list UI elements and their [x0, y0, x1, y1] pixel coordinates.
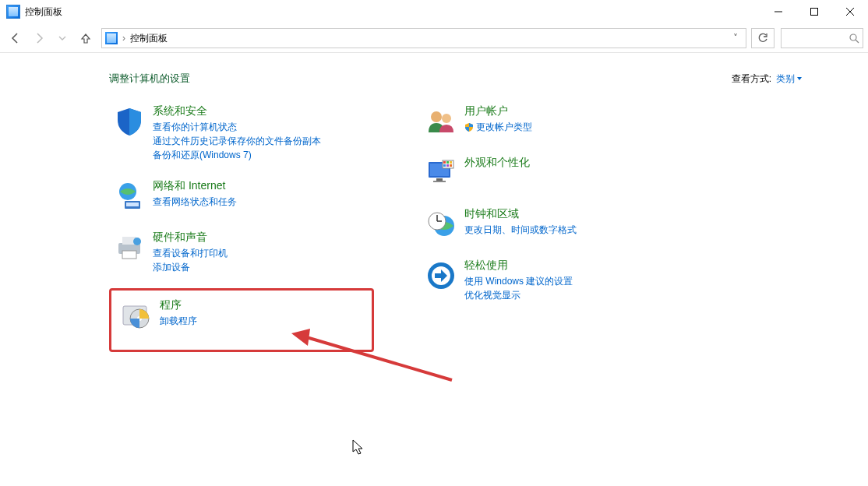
- control-panel-icon: [105, 32, 118, 44]
- svg-rect-20: [436, 178, 443, 181]
- back-button[interactable]: [5, 27, 26, 49]
- forward-button[interactable]: [28, 27, 50, 49]
- view-by-dropdown[interactable]: 类别: [776, 72, 803, 86]
- svg-rect-24: [446, 161, 449, 164]
- mouse-cursor-icon: [352, 439, 366, 456]
- svg-rect-28: [450, 164, 452, 167]
- shield-icon: [112, 104, 146, 139]
- category-title[interactable]: 系统和安全: [153, 104, 321, 118]
- user-accounts-icon: [424, 104, 458, 139]
- right-column: 用户帐户 更改帐户类型 外观和个性化: [421, 101, 686, 352]
- search-input[interactable]: [782, 33, 850, 44]
- category-title[interactable]: 外观和个性化: [464, 156, 530, 170]
- svg-point-12: [133, 238, 141, 245]
- content-area: 调整计算机的设置 查看方式: 类别 系统和安全 查看你的计算机状态 通过文件历史…: [0, 53, 868, 352]
- content-header: 调整计算机的设置 查看方式: 类别: [109, 72, 803, 86]
- category-link[interactable]: 优化视觉显示: [464, 288, 573, 302]
- category-link[interactable]: 备份和还原(Windows 7): [153, 148, 321, 162]
- address-bar[interactable]: › 控制面板 ˅: [101, 28, 746, 48]
- toolbar: › 控制面板 ˅: [0, 24, 868, 53]
- svg-rect-11: [122, 251, 136, 259]
- svg-rect-1: [811, 9, 818, 16]
- svg-rect-23: [443, 161, 446, 164]
- close-button[interactable]: [832, 0, 868, 23]
- window-title: 控制面板: [25, 5, 62, 19]
- appearance-monitor-icon: [424, 156, 458, 190]
- category-link[interactable]: 卸载程序: [160, 314, 197, 328]
- svg-rect-27: [446, 164, 449, 167]
- highlight-box: 程序 卸载程序: [109, 288, 374, 352]
- view-by-value: 类别: [776, 72, 795, 86]
- control-panel-icon: [6, 5, 20, 19]
- breadcrumb-location[interactable]: 控制面板: [130, 32, 168, 45]
- window-buttons: [760, 0, 868, 23]
- programs-disc-icon: [119, 298, 153, 333]
- category-programs[interactable]: 程序 卸载程序: [116, 295, 367, 336]
- category-link[interactable]: 查看设备和打印机: [153, 246, 228, 260]
- view-by-label: 查看方式:: [732, 72, 771, 86]
- category-appearance[interactable]: 外观和个性化: [421, 153, 686, 193]
- search-icon: [849, 33, 859, 44]
- category-clock-region[interactable]: 时钟和区域 更改日期、时间或数字格式: [421, 204, 686, 245]
- minimize-button[interactable]: [760, 0, 796, 23]
- svg-rect-25: [450, 161, 452, 164]
- printer-icon: [112, 231, 146, 265]
- view-by: 查看方式: 类别: [732, 72, 803, 86]
- category-user-accounts[interactable]: 用户帐户 更改帐户类型: [421, 101, 686, 142]
- svg-rect-21: [433, 181, 446, 182]
- category-link[interactable]: 更改日期、时间或数字格式: [464, 223, 577, 237]
- left-column: 系统和安全 查看你的计算机状态 通过文件历史记录保存你的文件备份副本 备份和还原…: [109, 101, 374, 352]
- svg-point-4: [850, 34, 856, 40]
- search-box[interactable]: [781, 28, 863, 48]
- category-title[interactable]: 轻松使用: [464, 259, 573, 273]
- category-system-security[interactable]: 系统和安全 查看你的计算机状态 通过文件历史记录保存你的文件备份副本 备份和还原…: [109, 101, 374, 165]
- svg-point-16: [431, 111, 442, 122]
- ease-of-access-icon: [424, 259, 458, 293]
- category-link[interactable]: 更改帐户类型: [464, 120, 532, 134]
- svg-rect-8: [126, 202, 139, 206]
- address-dropdown-icon[interactable]: ˅: [729, 33, 743, 44]
- category-network-internet[interactable]: 网络和 Internet 查看网络状态和任务: [109, 176, 374, 217]
- chevron-down-icon: [796, 76, 803, 82]
- svg-point-17: [442, 114, 451, 123]
- refresh-button[interactable]: [751, 28, 774, 48]
- svg-line-5: [856, 40, 859, 43]
- category-title[interactable]: 网络和 Internet: [153, 179, 237, 193]
- category-hardware-sound[interactable]: 硬件和声音 查看设备和打印机 添加设备: [109, 227, 374, 277]
- page-heading: 调整计算机的设置: [109, 72, 190, 86]
- category-title[interactable]: 程序: [160, 298, 197, 312]
- category-link[interactable]: 添加设备: [153, 260, 228, 274]
- up-button[interactable]: [75, 27, 97, 49]
- category-title[interactable]: 用户帐户: [464, 104, 532, 118]
- category-link[interactable]: 查看网络状态和任务: [153, 195, 237, 209]
- category-title[interactable]: 硬件和声音: [153, 231, 228, 245]
- globe-network-icon: [112, 179, 146, 213]
- recent-dropdown[interactable]: [51, 27, 73, 49]
- category-link[interactable]: 使用 Windows 建议的设置: [464, 274, 573, 288]
- category-columns: 系统和安全 查看你的计算机状态 通过文件历史记录保存你的文件备份副本 备份和还原…: [109, 101, 868, 352]
- category-title[interactable]: 时钟和区域: [464, 207, 577, 221]
- category-ease-of-access[interactable]: 轻松使用 使用 Windows 建议的设置 优化视觉显示: [421, 255, 686, 305]
- uac-shield-icon: [464, 122, 474, 132]
- category-link[interactable]: 通过文件历史记录保存你的文件备份副本: [153, 134, 321, 148]
- category-link[interactable]: 查看你的计算机状态: [153, 120, 321, 134]
- maximize-button[interactable]: [796, 0, 832, 23]
- svg-rect-26: [443, 164, 446, 167]
- title-bar: 控制面板: [0, 0, 868, 24]
- breadcrumb-separator-icon: ›: [122, 33, 125, 44]
- clock-globe-icon: [424, 207, 458, 241]
